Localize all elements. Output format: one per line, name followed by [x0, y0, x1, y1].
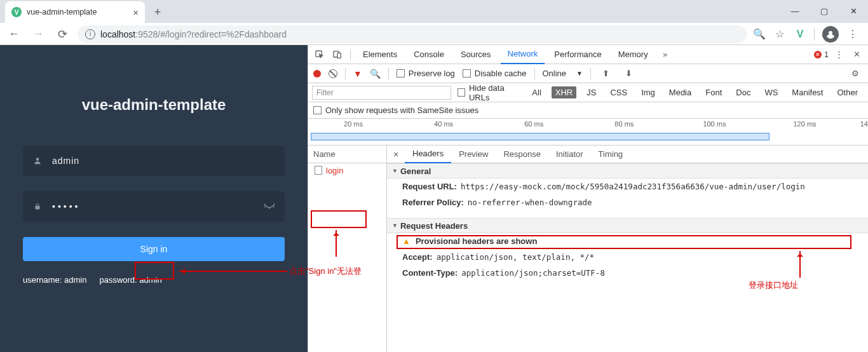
url-input[interactable]: i localhost:9528/#/login?redirect=%2Fdas… — [78, 25, 747, 43]
divider — [350, 49, 351, 60]
clear-button[interactable] — [329, 69, 337, 78]
new-tab-button[interactable]: + — [149, 3, 166, 21]
hint-username: username: admin — [23, 275, 86, 285]
back-button[interactable]: ← — [5, 25, 23, 43]
address-bar: ← → ⟳ i localhost:9528/#/login?redirect=… — [0, 23, 868, 45]
inspect-icon[interactable] — [312, 47, 327, 62]
tab-memory[interactable]: Memory — [611, 45, 655, 64]
close-window-button[interactable]: ✕ — [839, 0, 868, 22]
filter-img[interactable]: Img — [637, 86, 659, 98]
browser-tab[interactable]: V vue-admin-template × — [5, 1, 145, 23]
maximize-button[interactable]: ▢ — [810, 0, 839, 22]
forward-button[interactable]: → — [29, 25, 47, 43]
svg-line-2 — [265, 206, 266, 208]
vue-favicon-icon: V — [11, 7, 22, 17]
disable-cache-checkbox[interactable]: Disable cache — [463, 69, 527, 78]
tab-title: vue-admin-template — [27, 8, 97, 17]
error-badge[interactable]: ✕ 1 — [814, 50, 829, 59]
devtools-tab-bar: Elements Console Sources Network Perform… — [308, 45, 868, 64]
request-url-row: Request URL: https://easy-mock.com/mock/… — [387, 179, 868, 194]
url-host: localhost — [100, 29, 135, 39]
bookmark-icon[interactable]: ☆ — [773, 28, 786, 41]
preserve-log-checkbox[interactable]: Preserve log — [397, 69, 455, 78]
zoom-icon[interactable]: 🔍 — [753, 28, 766, 41]
filter-xhr[interactable]: XHR — [552, 86, 576, 98]
request-name: login — [326, 166, 343, 175]
referrer-policy-row: Referrer Policy: no-referrer-when-downgr… — [387, 194, 868, 210]
more-tabs-icon[interactable]: » — [658, 47, 673, 62]
divider — [590, 68, 591, 79]
page-title: vue-admin-template — [0, 96, 308, 114]
detail-tab-headers[interactable]: Headers — [405, 146, 451, 163]
divider — [814, 28, 815, 41]
filter-input[interactable]: Filter — [312, 86, 451, 100]
detail-tab-initiator[interactable]: Initiator — [548, 146, 591, 163]
hide-data-urls-checkbox[interactable]: Hide data URLs — [458, 83, 522, 102]
detail-tab-response[interactable]: Response — [496, 146, 548, 163]
hint-password: password: admin — [99, 275, 161, 285]
divider — [388, 68, 389, 79]
request-list: Name login — [308, 146, 387, 352]
network-timeline[interactable]: 20 ms 40 ms 60 ms 80 ms 100 ms 120 ms 14 — [308, 119, 868, 146]
svg-point-0 — [36, 158, 39, 161]
request-detail: × Headers Preview Response Initiator Tim… — [387, 146, 868, 352]
vue-extension-icon[interactable]: V — [794, 28, 806, 41]
device-toggle-icon[interactable] — [330, 47, 345, 62]
filter-manifest[interactable]: Manifest — [788, 86, 827, 98]
svg-line-4 — [273, 206, 275, 208]
tab-elements[interactable]: Elements — [356, 45, 404, 64]
filter-js[interactable]: JS — [583, 86, 600, 98]
samesite-checkbox[interactable]: Only show requests with SameSite issues — [313, 105, 478, 115]
record-button[interactable] — [313, 70, 321, 78]
devtools-close-icon[interactable]: ✕ — [849, 47, 864, 62]
file-icon — [315, 166, 322, 175]
filter-media[interactable]: Media — [665, 86, 695, 98]
username-value: admin — [52, 156, 276, 166]
filter-all[interactable]: All — [528, 86, 545, 98]
filter-css[interactable]: CSS — [606, 86, 631, 98]
tab-sources[interactable]: Sources — [454, 45, 498, 64]
filter-toggle-icon[interactable]: ▼ — [353, 69, 362, 79]
search-icon[interactable]: 🔍 — [370, 69, 381, 79]
devtools-panel: Elements Console Sources Network Perform… — [308, 45, 868, 352]
accept-row: Accept: application/json, text/plain, */… — [387, 249, 868, 265]
tab-network[interactable]: Network — [501, 45, 545, 64]
url-path: :9528/#/login?redirect=%2Fdashboard — [135, 29, 287, 39]
tab-performance[interactable]: Performance — [547, 45, 608, 64]
minimize-button[interactable]: — — [780, 0, 810, 22]
divider — [345, 68, 346, 79]
tab-console[interactable]: Console — [407, 45, 451, 64]
section-request-headers[interactable]: Request Headers — [387, 218, 868, 233]
profile-avatar-icon[interactable] — [822, 26, 839, 43]
throttle-select[interactable]: Online▼ — [543, 69, 583, 78]
username-field[interactable]: admin — [23, 146, 285, 176]
site-info-icon[interactable]: i — [85, 29, 95, 39]
filter-ws[interactable]: WS — [761, 86, 782, 98]
request-row-login[interactable]: login — [308, 163, 386, 177]
signin-button[interactable]: Sign in — [23, 237, 285, 261]
password-value: ••••• — [52, 201, 254, 212]
devtools-menu-icon[interactable]: ⋮ — [831, 47, 846, 62]
download-icon[interactable]: ⬇ — [621, 66, 637, 81]
filter-other[interactable]: Other — [833, 86, 862, 98]
network-toolbar: ▼ 🔍 Preserve log Disable cache Online▼ ⬆… — [308, 64, 868, 83]
detail-tab-bar: × Headers Preview Response Initiator Tim… — [387, 146, 868, 163]
browser-chrome: V vue-admin-template × + — ▢ ✕ ← → ⟳ i l… — [0, 0, 868, 45]
reload-button[interactable]: ⟳ — [53, 25, 71, 43]
detail-tab-timing[interactable]: Timing — [591, 146, 631, 163]
close-icon[interactable]: × — [133, 7, 139, 18]
menu-icon[interactable]: ⋮ — [846, 28, 859, 41]
eye-icon[interactable] — [263, 201, 276, 212]
close-detail-icon[interactable]: × — [387, 149, 405, 159]
error-dot-icon: ✕ — [814, 51, 822, 58]
filter-font[interactable]: Font — [702, 86, 726, 98]
upload-icon[interactable]: ⬆ — [599, 66, 614, 81]
filter-doc[interactable]: Doc — [732, 86, 754, 98]
detail-tab-preview[interactable]: Preview — [451, 146, 496, 163]
signin-label: Sign in — [140, 244, 168, 254]
settings-gear-icon[interactable]: ⚙ — [848, 66, 863, 81]
password-field[interactable]: ••••• — [23, 191, 285, 222]
section-general[interactable]: General — [387, 163, 868, 179]
login-page: vue-admin-template admin ••••• Sign in u… — [0, 45, 308, 352]
provisional-warning: ▲ Provisional headers are shown — [387, 233, 868, 249]
